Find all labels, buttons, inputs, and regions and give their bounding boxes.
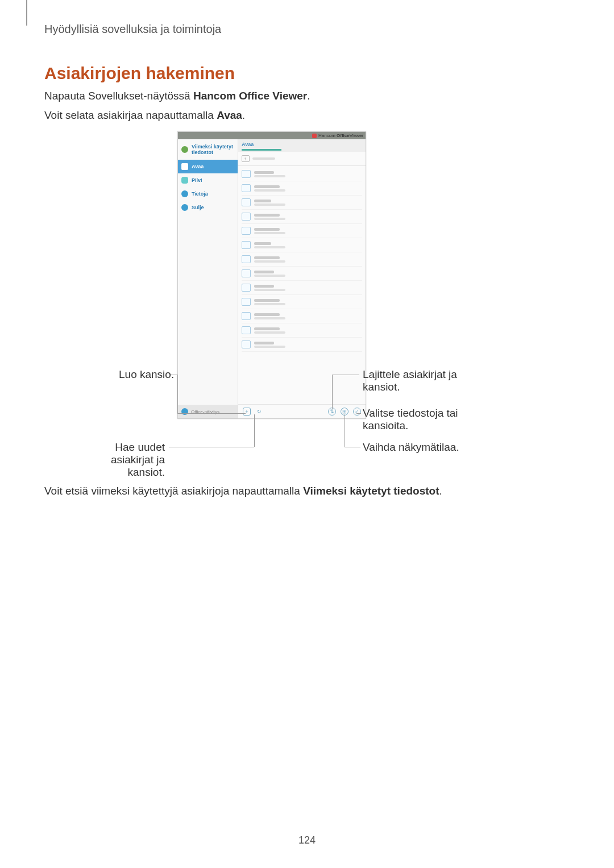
- refresh-button[interactable]: ↻: [255, 408, 263, 416]
- sort-button[interactable]: ⇅: [328, 408, 336, 416]
- file-name-blur: [254, 271, 274, 273]
- file-name-blur: [254, 228, 280, 231]
- para2-suffix: .: [242, 109, 245, 121]
- list-item[interactable]: [242, 281, 362, 295]
- sidebar-spacer: [178, 214, 238, 405]
- section-header: Hyödyllisiä sovelluksia ja toimintoja: [44, 23, 221, 36]
- callout-fetch-new: Hae uudet asiakirjat ja kansiot.: [73, 441, 165, 479]
- file-meta-blur: [254, 175, 285, 177]
- folder-icon: [242, 241, 251, 249]
- sidebar-item-info[interactable]: Tietoja: [178, 187, 238, 201]
- paragraph-2: Voit selata asiakirjaa napauttamalla Ava…: [44, 109, 245, 122]
- file-meta-blur: [254, 260, 285, 263]
- folder-icon: [242, 298, 251, 306]
- list-item[interactable]: [242, 295, 362, 309]
- brand-prefix: Hancom: [318, 133, 337, 138]
- margin-line: [26, 0, 27, 26]
- callout-sort-line1: Lajittele asiakirjat ja: [363, 368, 457, 380]
- file-meta-blur: [254, 346, 285, 348]
- callout-select-line1: Valitse tiedostoja tai: [363, 407, 458, 419]
- para3-prefix: Voit etsiä viimeksi käytettyjä asiakirjo…: [44, 485, 303, 497]
- sidebar-item-close[interactable]: Sulje: [178, 201, 238, 214]
- folder-icon: [242, 312, 251, 320]
- sort-icon: ⇅: [330, 409, 334, 414]
- app-brand: Hancom OfficeViewer: [318, 133, 363, 138]
- sidebar-item-recent[interactable]: Viimeksi käytetyt tiedostot: [178, 139, 238, 160]
- close-icon: [181, 204, 188, 211]
- callout-line: [254, 414, 255, 447]
- folder-icon: [181, 163, 188, 170]
- plus-icon: +: [245, 409, 248, 414]
- sidebar-item-open[interactable]: Avaa: [178, 160, 238, 173]
- callout-fetch-line1: Hae uudet asiakirjat ja: [111, 441, 165, 466]
- list-item[interactable]: [242, 196, 362, 210]
- file-meta-blur: [254, 289, 285, 291]
- para1-prefix: Napauta Sovellukset-näytössä: [44, 90, 193, 102]
- grid-icon: ⊞: [342, 409, 347, 414]
- callout-line: [345, 414, 345, 447]
- path-bar: ↑: [238, 152, 366, 166]
- para1-bold: Hancom Office Viewer: [193, 90, 307, 102]
- file-meta-blur: [254, 303, 285, 305]
- callout-line: [169, 447, 254, 447]
- list-item[interactable]: [242, 252, 362, 267]
- sidebar-label-open: Avaa: [192, 164, 204, 169]
- sidebar-item-cloud[interactable]: Pilvi: [178, 173, 238, 187]
- sidebar-label-recent: Viimeksi käytetyt tiedostot: [192, 144, 234, 155]
- callout-select: Valitse tiedostoja tai kansioita.: [363, 407, 458, 432]
- path-text-blur: [252, 157, 275, 160]
- clock-icon: [181, 146, 188, 153]
- bottom-toolbar: + ↻ ⇅ ⊞ ✓: [238, 404, 366, 418]
- para3-suffix: .: [439, 485, 442, 497]
- sidebar-label-info: Tietoja: [192, 191, 208, 197]
- file-name-blur: [254, 242, 271, 245]
- folder-icon: [242, 213, 251, 221]
- file-name-blur: [254, 285, 274, 288]
- file-name-blur: [254, 214, 280, 217]
- callout-line: [332, 375, 333, 409]
- file-meta-blur: [254, 218, 285, 220]
- list-item[interactable]: [242, 323, 362, 338]
- list-item[interactable]: [242, 210, 362, 224]
- folder-icon: [242, 284, 251, 292]
- app-body: Viimeksi käytetyt tiedostot Avaa Pilvi T…: [178, 139, 366, 418]
- file-list: [238, 166, 366, 404]
- add-folder-button[interactable]: +: [243, 408, 251, 416]
- list-item[interactable]: [242, 167, 362, 181]
- callout-select-line2: kansioita.: [363, 420, 408, 431]
- file-meta-blur: [254, 275, 285, 277]
- sidebar-item-update[interactable]: Office-päivitys: [178, 405, 238, 418]
- breadcrumb: [242, 149, 281, 151]
- para1-suffix: .: [307, 90, 310, 102]
- list-item[interactable]: [242, 224, 362, 238]
- folder-icon: [242, 227, 251, 235]
- para2-bold: Avaa: [217, 109, 242, 121]
- list-item[interactable]: [242, 338, 362, 352]
- file-name-blur: [254, 171, 274, 174]
- file-name-blur: [254, 200, 271, 202]
- sidebar: Viimeksi käytetyt tiedostot Avaa Pilvi T…: [178, 139, 238, 418]
- list-item[interactable]: [242, 181, 362, 196]
- select-button[interactable]: ✓: [353, 408, 361, 416]
- up-arrow-icon: ↑: [244, 156, 246, 161]
- main-header: Avaa: [238, 139, 366, 152]
- download-icon: [181, 408, 188, 415]
- list-item[interactable]: [242, 267, 362, 281]
- para2-prefix: Voit selata asiakirjaa napauttamalla: [44, 109, 217, 121]
- callout-view: Vaihda näkymätilaa.: [363, 441, 459, 454]
- file-meta-blur: [254, 189, 285, 192]
- app-screenshot: Hancom OfficeViewer Viimeksi käytetyt ti…: [177, 131, 366, 419]
- cloud-icon: [181, 177, 188, 184]
- file-name-blur: [254, 342, 274, 344]
- page-title: Asiakirjojen hakeminen: [44, 64, 235, 83]
- brand-suffix: Viewer: [350, 133, 363, 138]
- list-item[interactable]: [242, 238, 362, 252]
- list-item[interactable]: [242, 309, 362, 323]
- folder-icon: [242, 269, 251, 277]
- brand-bold: Office: [337, 133, 350, 138]
- file-meta-blur: [254, 246, 285, 248]
- callout-fetch-line2: kansiot.: [128, 466, 165, 478]
- callout-line: [332, 375, 359, 375]
- up-folder-button[interactable]: ↑: [242, 155, 250, 162]
- folder-icon: [242, 198, 251, 206]
